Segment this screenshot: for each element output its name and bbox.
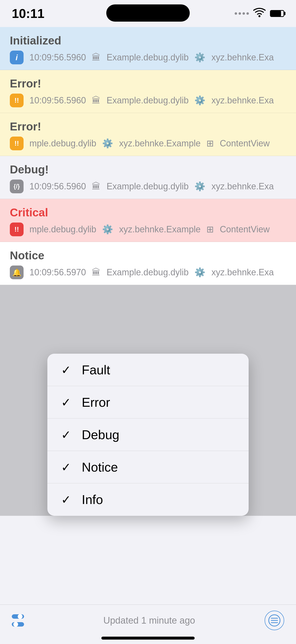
module-icon: ⚙️ — [194, 52, 205, 63]
status-icons — [235, 8, 284, 20]
log-timestamp: 10:09:56.5960 — [29, 95, 86, 106]
menu-label-debug: Debug — [82, 427, 119, 442]
log-library-partial: mple.debug.dylib — [29, 138, 96, 148]
filter-icon — [12, 613, 34, 628]
dimmed-overlay[interactable]: ✓ Fault ✓ Error ✓ Debug ✓ Notice ✓ Info — [0, 285, 296, 516]
checkmark-debug: ✓ — [61, 428, 73, 442]
log-module: xyz.behnke.Example — [119, 138, 201, 148]
log-title: Error! — [10, 120, 286, 133]
log-library: Example.debug.dylib — [106, 52, 189, 63]
log-library-partial: mple.debug.dylib — [29, 224, 96, 234]
log-module: xyz.behnke.Example — [119, 224, 201, 234]
log-timestamp: 10:09:56.5960 — [29, 52, 86, 63]
log-badge-critical: !! — [10, 222, 23, 236]
view-icon: ⊞ — [206, 224, 214, 234]
log-entry-initialized[interactable]: Initialized i 10:09:56.5960 🏛 Example.de… — [0, 27, 296, 70]
battery-icon — [270, 10, 284, 17]
log-library: Example.debug.dylib — [106, 181, 189, 192]
log-entry-error2[interactable]: Error! !! mple.debug.dylib ⚙️ xyz.behnke… — [0, 113, 296, 156]
log-entry-error1[interactable]: Error! !! 10:09:56.5960 🏛 Example.debug.… — [0, 70, 296, 113]
library-icon: 🏛 — [92, 267, 101, 278]
svg-point-4 — [13, 622, 18, 627]
library-icon: 🏛 — [92, 52, 101, 63]
log-meta: {/} 10:09:56.5960 🏛 Example.debug.dylib … — [10, 180, 286, 193]
signal-icon — [235, 12, 249, 15]
log-meta: !! mple.debug.dylib ⚙️ xyz.behnke.Exampl… — [10, 136, 286, 150]
home-indicator — [101, 637, 195, 640]
library-icon: 🏛 — [92, 95, 101, 106]
wifi-icon — [253, 8, 266, 20]
log-badge-debug: {/} — [10, 180, 23, 193]
log-entry-critical[interactable]: Critical !! mple.debug.dylib ⚙️ xyz.behn… — [0, 199, 296, 242]
log-title: Debug! — [10, 163, 286, 176]
log-entry-debug[interactable]: Debug! {/} 10:09:56.5960 🏛 Example.debug… — [0, 156, 296, 199]
checkmark-info: ✓ — [61, 493, 73, 506]
log-library: Example.debug.dylib — [106, 95, 189, 106]
checkmark-error: ✓ — [61, 396, 73, 409]
update-text: Updated 1 minute ago — [103, 615, 195, 626]
log-module: xyz.behnke.Exa — [211, 52, 274, 63]
menu-label-notice: Notice — [82, 460, 118, 474]
log-title: Critical — [10, 206, 286, 219]
svg-point-0 — [259, 15, 261, 17]
menu-item-error[interactable]: ✓ Error — [47, 386, 249, 418]
log-meta: !! 10:09:56.5960 🏛 Example.debug.dylib ⚙… — [10, 94, 286, 107]
module-icon: ⚙️ — [194, 95, 205, 106]
log-module: xyz.behnke.Exa — [211, 181, 274, 192]
log-timestamp: 10:09:56.5970 — [29, 267, 86, 278]
module-icon: ⚙️ — [102, 224, 113, 234]
svg-point-2 — [18, 614, 22, 619]
view-icon: ⊞ — [206, 138, 214, 148]
menu-item-notice[interactable]: ✓ Notice — [47, 451, 249, 483]
log-module: xyz.behnke.Exa — [211, 267, 274, 278]
log-list: Initialized i 10:09:56.5960 🏛 Example.de… — [0, 27, 296, 285]
menu-label-error: Error — [82, 395, 110, 410]
bottom-bar: Updated 1 minute ago — [0, 604, 296, 644]
status-bar: 10:11 — [0, 0, 296, 27]
log-entry-notice[interactable]: Notice 🔔 10:09:56.5970 🏛 Example.debug.d… — [0, 242, 296, 285]
log-title: Error! — [10, 77, 286, 90]
log-title: Initialized — [10, 34, 286, 47]
menu-item-debug[interactable]: ✓ Debug — [47, 418, 249, 451]
log-extra: ContentView — [220, 138, 270, 148]
dynamic-island — [106, 4, 190, 22]
filter-dropdown: ✓ Fault ✓ Error ✓ Debug ✓ Notice ✓ Info — [47, 354, 249, 516]
list-options-button[interactable] — [265, 610, 284, 630]
module-icon: ⚙️ — [194, 267, 205, 278]
log-timestamp: 10:09:56.5960 — [29, 181, 86, 192]
checkmark-fault: ✓ — [61, 363, 73, 377]
list-icon — [268, 614, 281, 626]
log-badge-error: !! — [10, 136, 23, 150]
log-extra: ContentView — [220, 224, 270, 234]
log-badge-info: i — [10, 50, 23, 64]
menu-label-fault: Fault — [82, 362, 110, 377]
module-icon: ⚙️ — [102, 138, 113, 148]
library-icon: 🏛 — [92, 181, 101, 192]
log-badge-error: !! — [10, 94, 23, 107]
menu-item-info[interactable]: ✓ Info — [47, 483, 249, 516]
log-library: Example.debug.dylib — [106, 267, 189, 278]
log-meta: 🔔 10:09:56.5970 🏛 Example.debug.dylib ⚙️… — [10, 266, 286, 279]
filter-toggle-button[interactable] — [12, 613, 34, 628]
status-time: 10:11 — [12, 6, 44, 21]
log-meta: i 10:09:56.5960 🏛 Example.debug.dylib ⚙️… — [10, 50, 286, 64]
log-badge-notice: 🔔 — [10, 266, 23, 279]
checkmark-notice: ✓ — [61, 460, 73, 474]
log-title: Notice — [10, 249, 286, 262]
log-meta: !! mple.debug.dylib ⚙️ xyz.behnke.Exampl… — [10, 222, 286, 236]
module-icon: ⚙️ — [194, 181, 205, 192]
log-module: xyz.behnke.Exa — [211, 95, 274, 106]
menu-label-info: Info — [82, 492, 103, 507]
menu-item-fault[interactable]: ✓ Fault — [47, 354, 249, 386]
